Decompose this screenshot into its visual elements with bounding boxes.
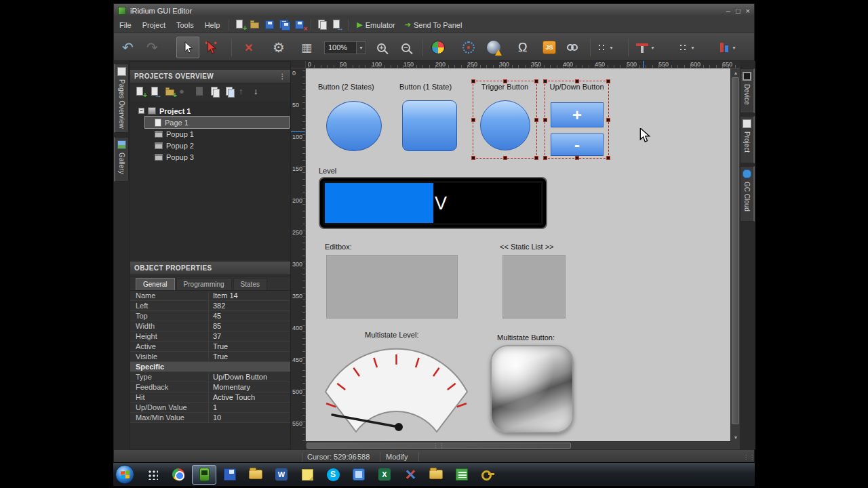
selection-handle[interactable]	[606, 118, 610, 122]
link-icon[interactable]	[567, 37, 578, 58]
new-folder-icon[interactable]: +	[164, 86, 176, 98]
zoom-in-icon[interactable]: +	[377, 37, 386, 58]
selection-handle[interactable]	[471, 118, 475, 122]
move-down-icon[interactable]: ↓	[254, 86, 266, 98]
selection-handle[interactable]	[471, 156, 475, 160]
vertical-scrollbar[interactable]: ▲ ▼	[730, 68, 740, 441]
button-2states-widget[interactable]	[326, 101, 382, 151]
minimize-icon[interactable]: –	[726, 7, 730, 15]
zoom-select[interactable]: 100% ▼	[324, 37, 366, 58]
close-project-icon[interactable]: ×	[294, 19, 306, 30]
word-icon[interactable]: W	[269, 465, 294, 485]
folder2-icon[interactable]	[424, 465, 448, 485]
updown-minus-widget[interactable]: -	[551, 134, 604, 156]
updown-plus-widget[interactable]: +	[551, 102, 604, 127]
key-icon[interactable]	[475, 465, 500, 485]
tree-node-popup[interactable]: Popup 3	[145, 151, 290, 163]
panel-menu-icon[interactable]: ⋮	[279, 73, 286, 80]
horizontal-scroll-thumb[interactable]: ⋮⋮	[307, 443, 571, 449]
align-grid-icon[interactable]: ▼	[678, 37, 695, 58]
selection-handle[interactable]	[543, 118, 547, 122]
selection-handle[interactable]	[575, 79, 579, 83]
select-tool[interactable]	[176, 37, 199, 58]
selection-handle[interactable]	[606, 79, 610, 83]
design-canvas[interactable]: Button (2 States) Button (1 State) Trigg…	[306, 68, 730, 441]
record-icon[interactable]: ●	[179, 86, 191, 98]
move-up-icon[interactable]: ↑	[239, 86, 251, 98]
notes-icon[interactable]	[450, 465, 474, 485]
selection-handle[interactable]	[534, 118, 538, 122]
tab-states[interactable]: States	[233, 278, 267, 290]
excel-icon[interactable]: X	[372, 465, 397, 485]
undo-icon[interactable]: ↶	[122, 37, 134, 58]
selection-handle[interactable]	[503, 156, 507, 160]
js-editor-icon[interactable]: JS	[542, 37, 556, 58]
app-grid-icon[interactable]	[140, 465, 165, 485]
blue-app-icon[interactable]	[347, 465, 371, 485]
folder-icon[interactable]	[243, 465, 268, 485]
selection-handle[interactable]	[534, 79, 538, 83]
scroll-up-icon[interactable]: ▲	[731, 68, 741, 77]
vertical-scroll-thumb[interactable]	[732, 77, 739, 424]
start-button[interactable]	[115, 465, 134, 484]
trigger-button-selection[interactable]: Trigger Button	[473, 81, 537, 159]
static-list-widget[interactable]	[502, 255, 566, 319]
guides-icon[interactable]: ▼	[636, 37, 655, 58]
tab-device[interactable]: Device	[740, 68, 755, 113]
editbox-widget[interactable]	[326, 255, 458, 319]
menu-tools[interactable]: Tools	[171, 18, 199, 32]
relations-icon[interactable]	[462, 37, 475, 58]
skype-icon[interactable]: S	[321, 465, 345, 485]
save-project-icon[interactable]	[264, 19, 276, 30]
export-project-icon[interactable]: →	[331, 19, 343, 30]
browser-icon[interactable]	[166, 465, 191, 485]
settings-gears-icon[interactable]: ⚙	[273, 37, 285, 58]
tab-gc-cloud[interactable]: GC Cloud	[740, 166, 755, 222]
selection-handle[interactable]	[575, 156, 579, 160]
tree-node-popup[interactable]: Popup 2	[145, 140, 290, 151]
tools-icon[interactable]	[398, 465, 422, 485]
duplicate-page-icon[interactable]: →	[149, 86, 161, 98]
collapse-icon[interactable]: −	[138, 108, 144, 114]
snap-grid-icon[interactable]: ▼	[597, 37, 614, 58]
selection-handle[interactable]	[543, 79, 547, 83]
button-1state-widget[interactable]	[402, 100, 457, 151]
edit-points-tool[interactable]	[204, 37, 218, 58]
gallery-wheel-icon[interactable]	[431, 37, 445, 58]
open-project-icon[interactable]	[249, 19, 261, 30]
trigger-button-widget[interactable]	[480, 100, 530, 150]
menu-project[interactable]: Project	[137, 18, 171, 32]
import-page-icon[interactable]	[209, 86, 221, 98]
emulator-button[interactable]: ▶ Emulator	[352, 18, 400, 31]
selection-handle[interactable]	[471, 79, 475, 83]
multistate-level-gauge[interactable]	[324, 344, 469, 434]
menu-help[interactable]: Help	[199, 18, 226, 32]
selection-handle[interactable]	[543, 156, 547, 160]
tree-node-project[interactable]: − Project 1	[130, 105, 290, 117]
export-page-icon[interactable]	[224, 86, 236, 98]
delete-relations-icon[interactable]: ✕	[244, 37, 253, 58]
save-all-icon[interactable]	[279, 19, 291, 30]
scripts-warning-icon[interactable]	[487, 37, 500, 58]
selection-handle[interactable]	[606, 156, 610, 160]
import-project-icon[interactable]	[316, 19, 328, 30]
zoom-out-icon[interactable]: −	[401, 37, 410, 58]
selection-handle[interactable]	[534, 156, 538, 160]
new-page-icon[interactable]: +	[134, 86, 146, 98]
tree-node-popup[interactable]: Popup 1	[145, 128, 290, 140]
level-widget[interactable]: V	[319, 177, 547, 229]
redo-icon[interactable]: ↷	[146, 37, 158, 58]
selection-handle[interactable]	[503, 79, 507, 83]
close-icon[interactable]: ×	[746, 7, 750, 15]
updown-button-selection[interactable]: Up/Down Button + -	[545, 81, 609, 159]
send-to-panel-button[interactable]: ➔ Send To Panel	[400, 18, 467, 31]
maximize-icon[interactable]: □	[736, 7, 741, 15]
tab-project-store[interactable]: Project	[740, 116, 755, 163]
floppy-save-icon[interactable]	[218, 465, 242, 485]
tab-pages-overview[interactable]: Pages Overview	[114, 64, 129, 133]
iridium-taskbar-icon[interactable]	[192, 465, 216, 485]
multistate-button-widget[interactable]	[490, 345, 574, 433]
sticky-note-icon[interactable]	[295, 465, 319, 485]
scroll-down-icon[interactable]: ▼	[731, 433, 741, 441]
menu-file[interactable]: File	[114, 18, 137, 32]
